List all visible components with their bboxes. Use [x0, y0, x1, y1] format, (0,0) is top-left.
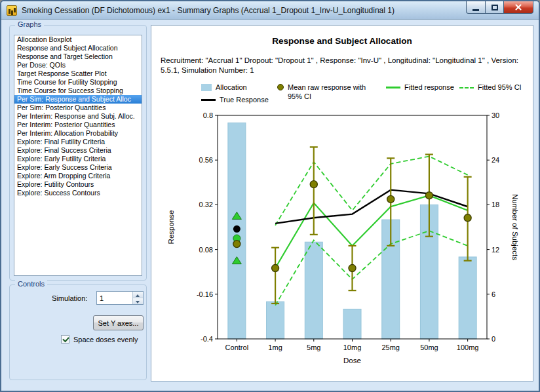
spin-buttons: [132, 292, 143, 304]
raw-mean-dot: [349, 265, 356, 272]
axis-text: 10mg: [343, 343, 362, 351]
graphs-list[interactable]: Allocation BoxplotResponse and Subject A…: [14, 35, 142, 276]
axis-text: 50mg: [420, 343, 438, 351]
axis-text: Control: [225, 343, 248, 351]
titlebar: Smoking Cessation (DF Dichotomous) ex1 -…: [1, 1, 539, 20]
raw-mean-dot: [272, 265, 279, 272]
graphs-groupbox-label: Graphs: [15, 20, 44, 28]
raw-mean-dot: [387, 195, 395, 203]
axis-text: 100mg: [457, 343, 479, 351]
set-y-axes-button[interactable]: Set Y axes...: [93, 315, 144, 330]
chart-panel: Response and Subject Allocation Recruitm…: [151, 25, 533, 382]
legend-item-fitted-ci: Fitted 95% CI: [459, 83, 533, 92]
graphs-list-item[interactable]: Time Course for Success Stopping: [14, 87, 142, 95]
axis-text: 25mg: [381, 343, 400, 351]
graphs-list-item[interactable]: Per Interim: Allocation Probability: [14, 129, 142, 138]
window-controls: [466, 1, 533, 14]
legend-item-fitted: Fitted response: [386, 83, 459, 92]
simulation-spinbox: [96, 291, 144, 305]
axis-text: Dose: [343, 357, 361, 364]
raw-mean-dot: [425, 192, 433, 199]
graphs-list-item[interactable]: Per Interim: Posterior Quantities: [14, 121, 142, 129]
legend-label-allocation: Allocation: [216, 83, 247, 92]
fitted-line: [275, 195, 468, 268]
mean-raw-swatch-icon: [277, 84, 284, 90]
space-doses-checkbox[interactable]: [61, 335, 69, 343]
graphs-list-item[interactable]: Per Interim: Response and Subj. Alloc.: [14, 112, 142, 121]
graphs-list-item[interactable]: Response and Target Selection: [14, 52, 142, 61]
plot-frame: [218, 115, 487, 339]
graphs-list-item[interactable]: Per Dose: QOIs: [14, 61, 142, 69]
graphs-list-item[interactable]: Explore: Final Futility Criteria: [14, 138, 142, 146]
control-raw-dot: [233, 241, 241, 248]
allocation-bar: [305, 242, 322, 339]
raw-mean-dot: [464, 214, 471, 222]
chart-title: Response and Subject Allocation: [151, 36, 533, 46]
axis-text: -0.16: [197, 290, 213, 298]
fitted-ci-upper-line: [275, 157, 468, 225]
axis-text: Response: [167, 210, 175, 245]
graphs-list-item[interactable]: Explore: Success Contours: [14, 189, 142, 197]
raw-mean-dot: [310, 181, 317, 188]
graphs-list-item[interactable]: Per Sim: Posterior Quantities: [14, 104, 142, 112]
spin-up-button[interactable]: [133, 292, 143, 298]
graphs-list-item[interactable]: Explore: Early Success Criteria: [14, 163, 142, 172]
legend-label-mean-raw: Mean raw response with 95% CI: [288, 83, 379, 101]
axis-text: Number of Subjects: [511, 194, 519, 260]
axis-text: 0.32: [199, 201, 213, 208]
graphs-list-item[interactable]: Explore: Early Futility Criteria: [14, 155, 142, 163]
axis-text: 24: [492, 156, 499, 164]
chart-legend: Allocation True Response Mean raw respon…: [201, 83, 533, 104]
legend-item-mean-raw: Mean raw response with 95% CI: [277, 83, 386, 104]
legend-label-fitted-ci: Fitted 95% CI: [478, 83, 522, 92]
space-doses-row: Space doses evenly: [61, 335, 138, 343]
axis-text: 30: [492, 111, 499, 119]
graphs-list-item[interactable]: Time Course for Futility Stopping: [14, 78, 142, 87]
app-icon: [7, 5, 17, 16]
axis-text: 5mg: [307, 343, 320, 351]
graphs-list-item[interactable]: Allocation Boxplot: [14, 35, 142, 44]
close-button[interactable]: [504, 1, 533, 14]
graphs-list-item[interactable]: Response and Subject Allocation: [14, 44, 142, 52]
graphs-list-item[interactable]: Explore: Arm Dropping Criteria: [14, 172, 142, 180]
allocation-swatch-icon: [201, 84, 212, 91]
legend-item-true-response: True Response: [201, 96, 277, 105]
axis-text: 0: [492, 335, 495, 343]
maximize-button[interactable]: [486, 1, 504, 14]
simulation-input[interactable]: [97, 292, 132, 304]
space-doses-label: Space doses evenly: [73, 336, 138, 343]
allocation-bar: [459, 257, 476, 339]
spin-down-button[interactable]: [133, 298, 143, 304]
minimize-icon: [473, 9, 479, 11]
fitted-ci-swatch-icon: [459, 87, 474, 88]
controls-groupbox-label: Controls: [15, 280, 47, 288]
maximize-icon: [492, 5, 498, 10]
allocation-bar: [267, 302, 284, 339]
fitted-swatch-icon: [386, 87, 400, 88]
close-icon: [514, 3, 522, 11]
minimize-button[interactable]: [466, 1, 486, 14]
axis-text: 1mg: [268, 343, 282, 351]
graphs-list-item[interactable]: Per Sim: Response and Subject Alloc: [14, 95, 142, 104]
graphs-list-item[interactable]: Explore: Final Success Criteria: [14, 146, 142, 155]
controls-groupbox: Controls Simulation: Set Y axes... Space…: [9, 284, 147, 380]
true-response-swatch-icon: [201, 99, 216, 101]
axis-text: 0.8: [203, 111, 213, 119]
axis-text: -0.4: [201, 335, 213, 343]
legend-label-fitted: Fitted response: [404, 83, 454, 92]
axis-text: 12: [492, 246, 499, 254]
window-title: Smoking Cessation (DF Dichotomous) ex1 -…: [22, 6, 395, 15]
chart-subtitle: Recruitment: "Accrual 1" Dropout: "Dropo…: [161, 56, 526, 75]
fitted-ci-lower-line: [275, 231, 468, 305]
control-true-dot: [233, 225, 241, 233]
app-window: Smoking Cessation (DF Dichotomous) ex1 -…: [0, 0, 540, 392]
graphs-list-item[interactable]: Target Response Scatter Plot: [14, 69, 142, 78]
simulation-label: Simulation:: [52, 294, 87, 302]
axis-text: 6: [492, 290, 495, 298]
axis-text: 18: [492, 201, 499, 208]
allocation-bar: [343, 309, 361, 339]
axis-text: 0.56: [199, 156, 213, 164]
legend-label-true-response: True Response: [220, 96, 269, 105]
graphs-list-item[interactable]: Explore: Futility Contours: [14, 180, 142, 189]
plot-svg: 0.80.560.320.08-0.16-0.43024181260Contro…: [151, 109, 534, 380]
